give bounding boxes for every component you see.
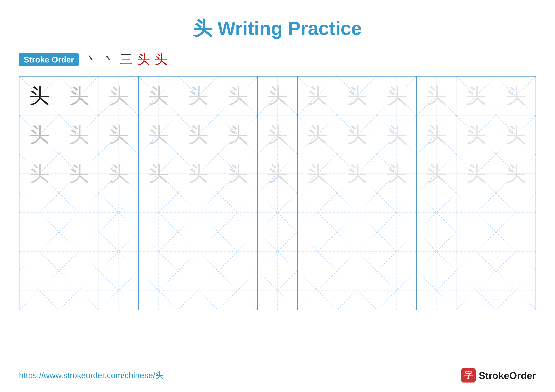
grid-cell-r3-c1[interactable]: 头 bbox=[19, 154, 59, 193]
grid-cell-r5-c7[interactable] bbox=[258, 232, 297, 271]
grid-cell-r2-c7[interactable]: 头 bbox=[258, 115, 297, 154]
grid-cell-r1-c10[interactable]: 头 bbox=[377, 76, 416, 115]
page: 头 Writing Practice Stroke Order 丶 丶 三 头 … bbox=[0, 0, 555, 392]
grid-cell-r4-c5[interactable] bbox=[178, 193, 218, 232]
grid-cell-r1-c5[interactable]: 头 bbox=[178, 76, 218, 115]
grid-cell-r1-c6[interactable]: 头 bbox=[218, 76, 258, 115]
grid-cell-r1-c8[interactable]: 头 bbox=[297, 76, 337, 115]
grid-cell-r3-c5[interactable]: 头 bbox=[178, 154, 218, 193]
grid-cell-r2-c4[interactable]: 头 bbox=[139, 115, 178, 154]
char-r3-c10: 头 bbox=[386, 163, 407, 184]
char-r2-c11: 头 bbox=[426, 124, 447, 145]
grid-cell-r6-c12[interactable] bbox=[456, 271, 496, 310]
footer-url-link[interactable]: https://www.strokeorder.com/chinese/头 bbox=[19, 370, 163, 381]
grid-cell-r1-c2[interactable]: 头 bbox=[59, 76, 99, 115]
footer-logo: 字 StrokeOrder bbox=[461, 368, 536, 383]
grid-cell-r6-c8[interactable] bbox=[297, 271, 337, 310]
grid-cell-r5-c5[interactable] bbox=[178, 232, 218, 271]
svg-line-79 bbox=[20, 193, 59, 232]
grid-cell-r2-c9[interactable]: 头 bbox=[337, 115, 377, 154]
grid-cell-r2-c3[interactable]: 头 bbox=[99, 115, 139, 154]
grid-cell-r3-c3[interactable]: 头 bbox=[99, 154, 139, 193]
grid-cell-r5-c8[interactable] bbox=[297, 232, 337, 271]
svg-line-100 bbox=[456, 193, 496, 232]
grid-cell-r4-c2[interactable] bbox=[59, 193, 99, 232]
grid-cell-r3-c13[interactable]: 头 bbox=[496, 154, 536, 193]
grid-cell-r5-c6[interactable] bbox=[218, 232, 258, 271]
grid-cell-r1-c7[interactable]: 头 bbox=[258, 76, 297, 115]
grid-cell-r5-c3[interactable] bbox=[99, 232, 139, 271]
footer: https://www.strokeorder.com/chinese/头 字 … bbox=[19, 368, 536, 383]
grid-cell-r3-c11[interactable]: 头 bbox=[416, 154, 456, 193]
svg-line-132 bbox=[59, 271, 99, 310]
char-r3-c1: 头 bbox=[29, 163, 50, 184]
svg-line-89 bbox=[218, 193, 257, 232]
grid-cell-r4-c3[interactable] bbox=[99, 193, 139, 232]
grid-cell-r6-c7[interactable] bbox=[258, 271, 297, 310]
grid-cell-r2-c10[interactable]: 头 bbox=[377, 115, 416, 154]
grid-cell-r4-c4[interactable] bbox=[139, 193, 178, 232]
grid-cell-r5-c4[interactable] bbox=[139, 232, 178, 271]
grid-cell-r6-c2[interactable] bbox=[59, 271, 99, 310]
grid-cell-r4-c9[interactable] bbox=[337, 193, 377, 232]
grid-cell-r1-c3[interactable]: 头 bbox=[99, 76, 139, 115]
grid-cell-r4-c1[interactable] bbox=[19, 193, 59, 232]
grid-cell-r4-c12[interactable] bbox=[456, 193, 496, 232]
grid-cell-r2-c2[interactable]: 头 bbox=[59, 115, 99, 154]
writing-grid[interactable]: 头 头 头 头 头 头 头 头 bbox=[19, 76, 536, 310]
grid-cell-r3-c7[interactable]: 头 bbox=[258, 154, 297, 193]
grid-cell-r2-c6[interactable]: 头 bbox=[218, 115, 258, 154]
char-r3-c2: 头 bbox=[69, 163, 89, 184]
grid-cell-r4-c6[interactable] bbox=[218, 193, 258, 232]
svg-line-122 bbox=[377, 232, 416, 271]
grid-cell-r2-c12[interactable]: 头 bbox=[456, 115, 496, 154]
grid-cell-r2-c8[interactable]: 头 bbox=[297, 115, 337, 154]
grid-cell-r4-c8[interactable] bbox=[297, 193, 337, 232]
svg-line-130 bbox=[20, 271, 59, 310]
svg-line-80 bbox=[59, 193, 99, 232]
stroke-order-row: Stroke Order 丶 丶 三 头 头 bbox=[19, 51, 536, 68]
grid-cell-r1-c11[interactable]: 头 bbox=[416, 76, 456, 115]
grid-cell-r6-c10[interactable] bbox=[377, 271, 416, 310]
grid-cell-r5-c12[interactable] bbox=[456, 232, 496, 271]
grid-cell-r1-c12[interactable]: 头 bbox=[456, 76, 496, 115]
grid-cell-r3-c4[interactable]: 头 bbox=[139, 154, 178, 193]
grid-cell-r3-c8[interactable]: 头 bbox=[297, 154, 337, 193]
grid-cell-r6-c1[interactable] bbox=[19, 271, 59, 310]
grid-cell-r1-c1[interactable]: 头 bbox=[19, 76, 59, 115]
grid-cell-r3-c6[interactable]: 头 bbox=[218, 154, 258, 193]
grid-cell-r4-c13[interactable] bbox=[496, 193, 536, 232]
grid-cell-r1-c13[interactable]: 头 bbox=[496, 76, 536, 115]
grid-cell-r2-c1[interactable]: 头 bbox=[19, 115, 59, 154]
grid-cell-r1-c9[interactable]: 头 bbox=[337, 76, 377, 115]
grid-cell-r6-c5[interactable] bbox=[178, 271, 218, 310]
grid-cell-r4-c11[interactable] bbox=[416, 193, 456, 232]
grid-cell-r5-c9[interactable] bbox=[337, 232, 377, 271]
grid-cell-r3-c10[interactable]: 头 bbox=[377, 154, 416, 193]
grid-cell-r5-c10[interactable] bbox=[377, 232, 416, 271]
char-r2-c12: 头 bbox=[466, 124, 486, 145]
grid-cell-r4-c7[interactable] bbox=[258, 193, 297, 232]
svg-line-106 bbox=[59, 232, 99, 271]
grid-cell-r1-c4[interactable]: 头 bbox=[139, 76, 178, 115]
grid-cell-r2-c13[interactable]: 头 bbox=[496, 115, 536, 154]
grid-cell-r5-c11[interactable] bbox=[416, 232, 456, 271]
grid-cell-r6-c11[interactable] bbox=[416, 271, 456, 310]
grid-cell-r4-c10[interactable] bbox=[377, 193, 416, 232]
grid-cell-r5-c2[interactable] bbox=[59, 232, 99, 271]
stroke-order-logo-icon: 字 bbox=[461, 368, 475, 383]
grid-cell-r5-c1[interactable] bbox=[19, 232, 59, 271]
grid-cell-r3-c12[interactable]: 头 bbox=[456, 154, 496, 193]
grid-cell-r2-c5[interactable]: 头 bbox=[178, 115, 218, 154]
grid-cell-r3-c2[interactable]: 头 bbox=[59, 154, 99, 193]
grid-cell-r3-c9[interactable]: 头 bbox=[337, 154, 377, 193]
grid-cell-r6-c9[interactable] bbox=[337, 271, 377, 310]
char-r1-c13: 头 bbox=[505, 86, 526, 106]
grid-cell-r6-c13[interactable] bbox=[496, 271, 536, 310]
grid-cell-r6-c3[interactable] bbox=[99, 271, 139, 310]
grid-cell-r6-c6[interactable] bbox=[218, 271, 258, 310]
grid-cell-r2-c11[interactable]: 头 bbox=[416, 115, 456, 154]
svg-line-147 bbox=[337, 271, 377, 310]
grid-cell-r6-c4[interactable] bbox=[139, 271, 178, 310]
grid-cell-r5-c13[interactable] bbox=[496, 232, 536, 271]
